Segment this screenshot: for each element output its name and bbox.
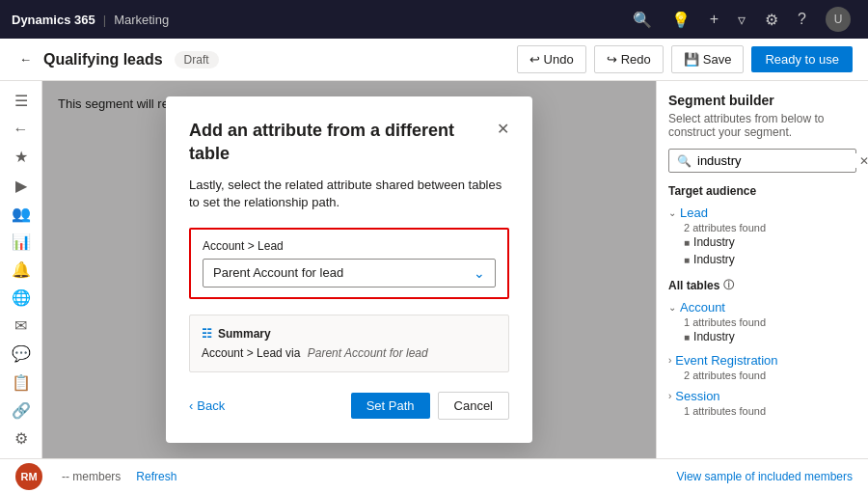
sidebar-play-icon[interactable]: ▶ <box>4 173 39 197</box>
ready-button[interactable]: Ready to use <box>751 46 853 72</box>
brand-name: Dynamics 365 <box>12 13 95 27</box>
account-label: Account <box>680 300 725 315</box>
lead-chevron-icon: ⌄ <box>668 207 676 218</box>
session-count: 1 attributes found <box>668 405 856 417</box>
back-chevron-icon: ‹ <box>189 398 193 413</box>
clear-search-icon[interactable]: ✕ <box>859 154 868 168</box>
members-count: -- members <box>62 470 121 483</box>
back-button[interactable]: ‹ Back <box>189 398 225 413</box>
filter-icon[interactable]: ▿ <box>738 11 746 29</box>
nav-divider: | <box>103 13 106 27</box>
undo-button[interactable]: ↩ Undo <box>517 45 586 73</box>
account-count: 1 attributes found <box>668 316 856 328</box>
set-path-button[interactable]: Set Path <box>351 393 430 419</box>
all-tables-label: All tables ⓘ <box>668 278 856 292</box>
right-panel: Segment builder Select attributes from b… <box>656 81 868 458</box>
modal-footer: ‹ Back Set Path Cancel <box>189 392 509 420</box>
main-content: This segment will return a list of the t… <box>42 81 656 458</box>
modal-overlay: Add an attribute from a different table … <box>42 81 656 458</box>
sidebar-mail-icon[interactable]: ✉ <box>4 314 39 338</box>
panel-desc: Select attributes from below to construc… <box>668 112 856 139</box>
session-label: Session <box>675 389 719 403</box>
status-bar: RM -- members Refresh View sample of inc… <box>0 458 868 493</box>
sidebar-chat-icon[interactable]: 💬 <box>4 342 39 366</box>
summary-text: Account > Lead via Parent Account for le… <box>202 346 497 360</box>
dropdown-value: Parent Account for lead <box>213 265 343 280</box>
dropdown-chevron-icon: ⌄ <box>474 265 485 281</box>
event-label: Event Registration <box>675 353 777 368</box>
target-audience-label: Target audience <box>668 184 856 198</box>
sidebar-list-icon[interactable]: 📋 <box>4 370 39 395</box>
summary-header: ☷ Summary <box>202 327 497 341</box>
sidebar-people-icon[interactable]: 👥 <box>4 202 39 226</box>
lead-industry-item-1[interactable]: ■ Industry <box>668 233 856 251</box>
refresh-link[interactable]: Refresh <box>136 470 176 483</box>
search-box[interactable]: 🔍 ✕ <box>668 149 856 173</box>
event-chevron-icon: › <box>668 355 671 366</box>
back-nav-icon[interactable]: ← <box>15 48 36 70</box>
lead-section: ⌄ Lead 2 attributes found ■ Industry ■ I… <box>668 204 856 268</box>
panel-title: Segment builder <box>668 93 856 108</box>
info-icon: ⓘ <box>723 278 734 292</box>
second-bar: ← Qualifying leads Draft ↩ Undo ↪ Redo 💾… <box>0 39 868 81</box>
draft-badge: Draft <box>175 51 219 68</box>
page-title: Qualifying leads <box>43 51 163 68</box>
save-icon: 💾 <box>684 52 699 67</box>
top-nav: Dynamics 365 | Marketing 🔍 💡 + ▿ ⚙ ? U <box>0 0 868 39</box>
sidebar-hamburger[interactable]: ☰ <box>4 89 39 113</box>
session-chevron-icon: › <box>668 391 671 401</box>
sidebar-back[interactable]: ← <box>4 117 39 141</box>
session-section: › Session 1 attributes found <box>668 387 856 417</box>
relationship-path-label: Account > Lead <box>203 239 496 253</box>
sidebar-bell-icon[interactable]: 🔔 <box>4 258 39 282</box>
modal-dialog: Add an attribute from a different table … <box>166 96 532 442</box>
event-registration-section: › Event Registration 2 attributes found <box>668 351 856 381</box>
attribute-icon: ■ <box>684 332 690 342</box>
settings-icon[interactable]: ⚙ <box>765 11 778 29</box>
sidebar-link-icon[interactable]: 🔗 <box>4 398 39 423</box>
sidebar-globe-icon[interactable]: 🌐 <box>4 286 39 310</box>
undo-icon: ↩ <box>529 52 540 67</box>
summary-icon: ☷ <box>202 327 212 341</box>
session-header[interactable]: › Session <box>668 387 856 405</box>
save-button[interactable]: 💾 Save <box>671 45 745 73</box>
event-count: 2 attributes found <box>668 370 856 381</box>
lightbulb-icon[interactable]: 💡 <box>671 11 691 29</box>
modal-title: Add an attribute from a different table <box>189 120 497 165</box>
attribute-icon: ■ <box>684 237 690 248</box>
search-icon[interactable]: 🔍 <box>633 11 652 29</box>
help-icon[interactable]: ? <box>798 11 806 28</box>
main-layout: ☰ ← ★ ▶ 👥 📊 🔔 🌐 ✉ 💬 📋 🔗 ⚙ This segment w… <box>0 81 868 458</box>
account-section-header[interactable]: ⌄ Account <box>668 298 856 316</box>
redo-button[interactable]: ↪ Redo <box>594 45 664 73</box>
cancel-button[interactable]: Cancel <box>438 392 509 420</box>
lead-label: Lead <box>680 205 708 220</box>
plus-icon[interactable]: + <box>710 11 719 28</box>
avatar: RM <box>15 463 42 490</box>
event-registration-header[interactable]: › Event Registration <box>668 351 856 370</box>
modal-header: Add an attribute from a different table … <box>189 120 509 165</box>
attribute-icon: ■ <box>684 255 690 265</box>
view-sample-link[interactable]: View sample of included members <box>676 470 853 483</box>
lead-industry-item-2[interactable]: ■ Industry <box>668 251 856 268</box>
account-industry-item[interactable]: ■ Industry <box>668 328 856 345</box>
search-input[interactable] <box>697 153 859 168</box>
account-section: ⌄ Account 1 attributes found ■ Industry <box>668 298 856 345</box>
modal-description: Lastly, select the related attribute sha… <box>189 177 509 211</box>
lead-section-header[interactable]: ⌄ Lead <box>668 204 856 222</box>
modal-close-button[interactable]: ✕ <box>497 120 509 138</box>
search-icon: 🔍 <box>677 154 692 168</box>
sidebar-chart-icon[interactable]: 📊 <box>4 230 39 254</box>
lead-count: 2 attributes found <box>668 222 856 233</box>
module-name: Marketing <box>114 13 169 27</box>
summary-title: Summary <box>218 327 271 341</box>
relationship-dropdown[interactable]: Parent Account for lead ⌄ <box>203 259 496 288</box>
sidebar-gear-icon[interactable]: ⚙ <box>4 426 39 451</box>
summary-box: ☷ Summary Account > Lead via Parent Acco… <box>189 315 509 372</box>
sidebar-star-icon[interactable]: ★ <box>4 145 39 169</box>
left-sidebar: ☰ ← ★ ▶ 👥 📊 🔔 🌐 ✉ 💬 📋 🔗 ⚙ <box>0 81 42 458</box>
redo-icon: ↪ <box>607 52 617 67</box>
user-icon[interactable]: U <box>826 7 851 32</box>
account-chevron-icon: ⌄ <box>668 302 676 313</box>
relationship-box: Account > Lead Parent Account for lead ⌄ <box>189 228 509 299</box>
